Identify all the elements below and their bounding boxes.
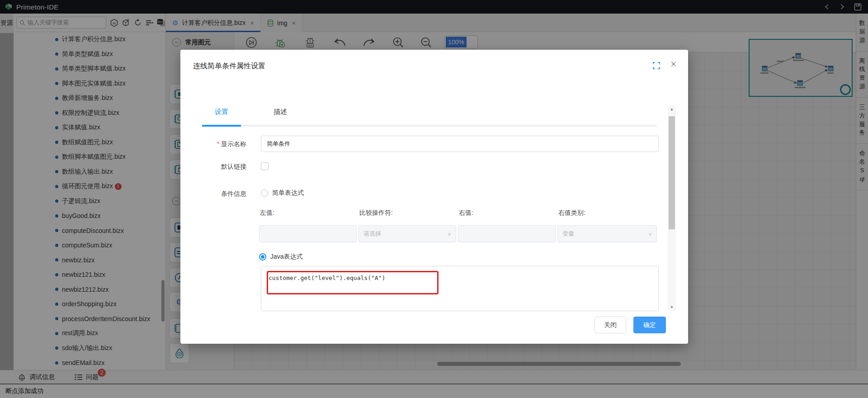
- default-link-label: 默认链接: [180, 163, 246, 171]
- right-type-label: 右值类别:: [558, 209, 585, 217]
- scroll-up-icon[interactable]: ▲: [668, 105, 676, 113]
- tab-underline: [202, 125, 657, 127]
- operator-placeholder: 请选择: [363, 230, 381, 238]
- close-icon[interactable]: ×: [670, 59, 676, 69]
- java-expression-textarea[interactable]: customer.get("level").equals("A"): [261, 266, 659, 311]
- right-type-value: 变量: [562, 230, 574, 238]
- right-value-label: 右值:: [459, 209, 473, 217]
- left-value-label: 左值:: [260, 209, 274, 217]
- chevron-down-icon: ∨: [648, 231, 652, 237]
- default-link-checkbox[interactable]: [261, 162, 269, 170]
- scroll-down-icon[interactable]: ▼: [668, 303, 676, 311]
- tab-description[interactable]: 描述: [261, 108, 300, 123]
- confirm-button[interactable]: 确定: [633, 317, 666, 333]
- fullscreen-icon[interactable]: [653, 62, 660, 69]
- java-expression-code: customer.get("level").equals("A"): [269, 275, 385, 281]
- simple-expression-label: 简单表达式: [272, 189, 304, 197]
- java-expression-label: Java表达式: [270, 253, 303, 261]
- condition-info-label: 条件信息: [180, 190, 246, 198]
- left-value-input[interactable]: [259, 225, 357, 242]
- dialog-title: 连线简单条件属性设置: [193, 62, 265, 71]
- tab-settings[interactable]: 设置: [202, 108, 241, 123]
- simple-expression-radio[interactable]: [261, 190, 268, 197]
- right-value-input[interactable]: [458, 225, 556, 242]
- connection-condition-dialog: 连线简单条件属性设置 × 设置 描述 显示名称 简单条件 默认链接 条件信息 简…: [180, 50, 688, 344]
- display-name-label: 显示名称: [180, 140, 246, 148]
- close-button[interactable]: 关闭: [594, 317, 626, 333]
- dialog-tabs: 设置 描述: [202, 108, 320, 123]
- dialog-scrollbar[interactable]: ▲ ▼: [668, 105, 676, 311]
- operator-select[interactable]: 请选择 ∨: [359, 225, 456, 242]
- primeton-ide-window: Primeton-IDE 资源 输入关键字搜索 AI: [0, 0, 868, 398]
- display-name-input[interactable]: 简单条件: [261, 136, 659, 152]
- chevron-down-icon: ∨: [448, 231, 451, 237]
- operator-label: 比较操作符:: [359, 209, 393, 217]
- display-name-value: 简单条件: [267, 140, 290, 148]
- java-expression-radio[interactable]: [259, 253, 266, 261]
- right-type-select[interactable]: 变量 ∨: [557, 225, 657, 242]
- scrollbar-thumb[interactable]: [669, 116, 675, 229]
